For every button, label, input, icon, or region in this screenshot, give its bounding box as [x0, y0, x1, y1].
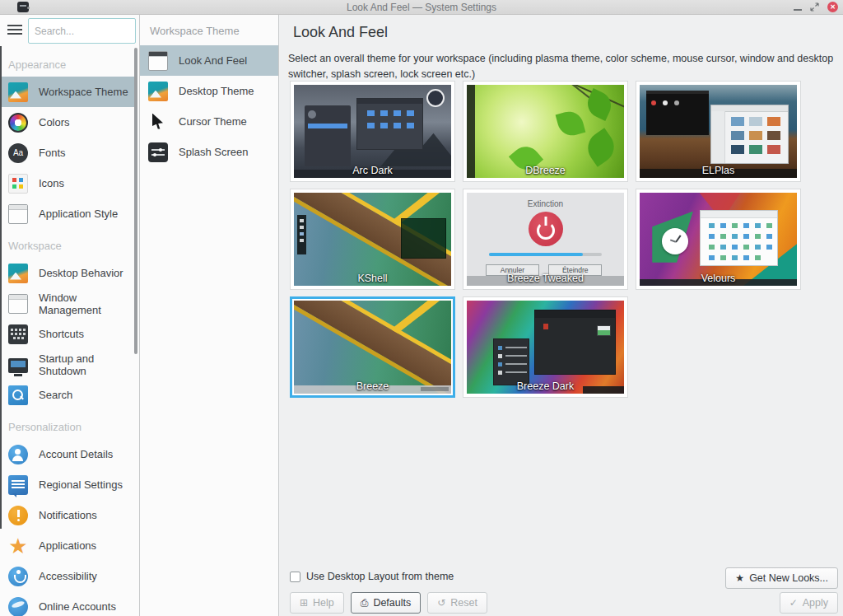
help-button[interactable]: ⊞ Help: [290, 592, 344, 614]
theme-tile-breeze-selected[interactable]: Breeze: [290, 296, 455, 398]
accessibility-icon: [8, 567, 28, 586]
reset-icon: ↺: [437, 597, 445, 609]
thumbnail-art: [556, 108, 586, 138]
sidebar-item-notifications[interactable]: Notifications: [0, 500, 139, 530]
sidebar-item-regional-settings[interactable]: Regional Settings: [0, 469, 139, 500]
thumbnail-art: [646, 91, 709, 135]
sidebar-item-colors[interactable]: Colors: [0, 107, 139, 138]
sidebar-item-shortcuts[interactable]: Shortcuts: [0, 319, 139, 349]
icons-icon: [8, 174, 28, 194]
sidebar-item-startup-and-shutdown[interactable]: Startup and Shutdown: [0, 349, 139, 380]
sidebar-item-fonts[interactable]: Aa Fonts: [0, 138, 139, 168]
theme-tile-breeze-tweaked[interactable]: Extinction Annuler Éteindre Breeze Tweak…: [463, 189, 628, 290]
theme-tile-elplas[interactable]: ELPlas: [636, 81, 801, 182]
thumbnail-art: [297, 215, 306, 254]
theme-thumbnail: Extinction Annuler Éteindre Breeze Tweak…: [467, 193, 624, 286]
main-content: Look And Feel Select an overall theme fo…: [279, 15, 843, 616]
thumbnail-art: [543, 85, 624, 110]
sidebar-item-window-management[interactable]: Window Management: [0, 288, 139, 319]
thumbnail-progressbar: [489, 253, 603, 256]
thumbnail-art: [305, 105, 350, 167]
online-accounts-icon: [8, 597, 28, 616]
search-module-icon: [8, 385, 28, 405]
sidebar-scrollbar[interactable]: [134, 48, 137, 354]
theme-grid: Arc Dark DBreeze: [290, 81, 833, 398]
window-management-icon: [8, 294, 28, 314]
close-button[interactable]: ✕: [827, 2, 838, 12]
subpanel-item-desktop-theme[interactable]: Desktop Theme: [140, 76, 278, 106]
theme-thumbnail: Breeze Dark: [467, 301, 624, 394]
theme-tile-dbreeze[interactable]: DBreeze: [463, 81, 628, 182]
theme-name: Arc Dark: [294, 165, 451, 176]
use-desktop-layout-label: Use Desktop Layout from theme: [306, 571, 454, 582]
theme-name: Breeze: [294, 380, 451, 392]
sidebar: Appearance Workspace Theme Colors Aa Fon…: [0, 15, 140, 616]
sidebar-item-icons[interactable]: Icons: [0, 168, 139, 198]
star-icon: ★: [735, 572, 744, 584]
thumbnail-art: [662, 228, 688, 254]
search-input[interactable]: [28, 18, 136, 44]
theme-tile-velours[interactable]: Velours: [636, 189, 801, 290]
sidebar-item-search[interactable]: Search: [0, 380, 139, 410]
window-title: Look And Feel — System Settings: [0, 2, 843, 13]
fonts-icon: Aa: [8, 143, 28, 163]
sidebar-item-desktop-behavior[interactable]: Desktop Behavior: [0, 258, 139, 288]
sidebar-item-applications[interactable]: ★ Applications: [0, 530, 139, 561]
applications-icon: ★: [8, 536, 28, 556]
thumbnail-art: [700, 210, 779, 266]
theme-thumbnail: Breeze: [294, 301, 451, 394]
thumbnail-art: [710, 105, 789, 164]
cursor-theme-icon: [148, 112, 168, 132]
maximize-button[interactable]: [810, 2, 819, 12]
minimize-button[interactable]: [794, 9, 802, 11]
hamburger-menu-icon[interactable]: [7, 25, 22, 36]
theme-name: Breeze Tweaked: [467, 273, 624, 284]
sidebar-item-accessibility[interactable]: Accessibility: [0, 561, 139, 591]
titlebar: Look And Feel — System Settings ✕: [0, 0, 843, 15]
colors-icon: [8, 113, 28, 133]
theme-thumbnail: Arc Dark: [294, 85, 451, 178]
page-title: Look And Feel: [293, 24, 388, 41]
account-details-icon: [8, 445, 28, 464]
sidebar-item-workspace-theme[interactable]: Workspace Theme: [0, 77, 135, 107]
subpanel-item-splash-screen[interactable]: Splash Screen: [140, 137, 278, 167]
thumbnail-art: [731, 117, 744, 126]
workspace-theme-icon: [8, 82, 28, 102]
thumbnail-art: [401, 218, 446, 259]
thumbnail-art: [709, 223, 715, 228]
apply-icon: ✓: [789, 597, 798, 609]
shortcuts-icon: [8, 324, 28, 344]
startup-shutdown-icon: [8, 358, 28, 373]
power-icon: [529, 212, 563, 246]
section-header-appearance: Appearance: [0, 48, 139, 77]
regional-settings-icon: [8, 475, 28, 495]
theme-name: KShell: [294, 273, 451, 284]
sidebar-item-online-accounts[interactable]: Online Accounts: [0, 591, 139, 616]
theme-tile-breeze-dark[interactable]: Breeze Dark: [463, 296, 628, 398]
sidebar-item-account-details[interactable]: Account Details: [0, 439, 139, 469]
theme-tile-arc-dark[interactable]: Arc Dark: [290, 81, 455, 182]
splash-screen-icon: [148, 142, 168, 162]
thumbnail-art: [534, 310, 616, 375]
reset-button[interactable]: ↺ Reset: [427, 592, 487, 614]
thumbnail-art: [356, 98, 422, 150]
thumbnail-art: [493, 338, 529, 385]
subpanel-item-look-and-feel[interactable]: Look And Feel: [140, 45, 278, 76]
subpanel-item-cursor-theme[interactable]: Cursor Theme: [140, 106, 278, 137]
apply-button[interactable]: ✓ Apply: [780, 592, 838, 614]
use-desktop-layout-checkbox[interactable]: [290, 572, 300, 582]
theme-tile-kshell[interactable]: KShell: [290, 189, 455, 290]
thumbnail-art: [583, 88, 616, 121]
theme-name: Breeze Dark: [467, 380, 624, 392]
desktop-theme-icon: [148, 82, 168, 101]
thumbnail-art: [426, 89, 445, 107]
theme-name: Velours: [640, 273, 797, 284]
help-icon: ⊞: [300, 597, 308, 609]
thumbnail-art: [581, 128, 620, 166]
theme-thumbnail: KShell: [294, 193, 451, 286]
defaults-button[interactable]: ⎙ Defaults: [351, 592, 421, 614]
get-new-looks-button[interactable]: ★ Get New Looks...: [725, 567, 838, 589]
theme-thumbnail: DBreeze: [467, 85, 624, 178]
look-and-feel-icon: [148, 51, 168, 71]
sidebar-item-application-style[interactable]: Application Style: [0, 198, 139, 229]
